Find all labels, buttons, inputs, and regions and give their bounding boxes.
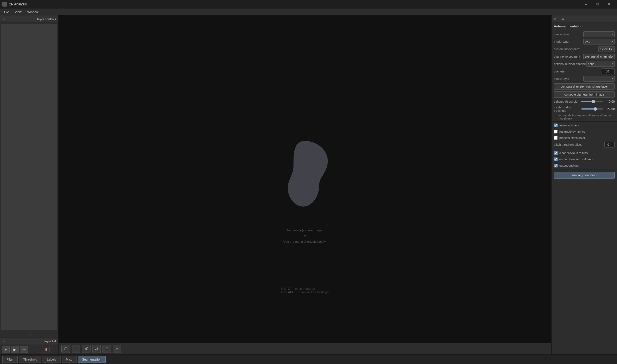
layer-controls-icon2[interactable]: − (6, 17, 8, 21)
select-tool-button[interactable]: ▶ (11, 346, 19, 353)
optional-nuclear-channel-label: optional nuclear channel (554, 62, 586, 66)
channel-to-segment-select[interactable]: average all channels (583, 54, 615, 59)
blob-shape (271, 135, 339, 215)
tab-threshold[interactable]: Threshold (19, 356, 41, 363)
tool-undo[interactable]: ↺ (82, 345, 91, 353)
clear-previous-checkbox[interactable] (554, 151, 558, 155)
delete-layer-button[interactable]: 🗑 (42, 346, 50, 353)
cellprob-threshold-thumb[interactable] (592, 100, 595, 103)
left-panel: ✕ − layer controls ··· ✕ − layer list + … (0, 15, 59, 354)
drop-hint-line1: Drag image(s) here to open (283, 228, 326, 233)
channel-to-segment-label: channel to segment (554, 55, 583, 58)
tab-misc[interactable]: Misc (62, 356, 77, 363)
tab-filter[interactable]: Filter (2, 356, 18, 363)
canvas-area[interactable]: Drag image(s) here to open or Use the me… (59, 15, 551, 343)
bottom-tabs: Filter Threshold Labels Misc Segmentatio… (0, 354, 617, 364)
minimize-button[interactable]: – (580, 0, 592, 9)
tool-grid[interactable]: ⊞ (103, 345, 111, 353)
layer-list-more-button[interactable]: ⋮ (51, 346, 57, 353)
tool-swap[interactable]: ⇄ (92, 345, 101, 353)
divider-3 (552, 149, 617, 149)
menu-view[interactable]: View (12, 10, 25, 14)
close-button[interactable]: ✕ (603, 0, 615, 9)
layer-list-icons: ✕ − (2, 339, 8, 343)
layer-controls-header: ✕ − layer controls (0, 15, 58, 23)
stitch-threshold-row: stitch threshold slices (552, 141, 617, 148)
right-panel-header: ✕ − ◉ (552, 15, 617, 23)
layer-list-title: layer list (45, 339, 56, 343)
drop-hint-line2: or (283, 233, 326, 239)
process-stack-checkbox[interactable] (554, 136, 558, 140)
model-match-threshold-fill (581, 108, 595, 110)
compute-diameter-image-button[interactable]: compute diameter from image (554, 91, 615, 98)
model-match-threshold-row: model match threshold 27.00 (552, 105, 617, 113)
output-flows-checkbox[interactable] (554, 157, 558, 161)
average-4-nets-checkbox[interactable] (554, 124, 558, 127)
stitch-threshold-input[interactable] (604, 142, 615, 147)
tool-hexagon[interactable]: ⬡ (61, 345, 70, 353)
select-file-button[interactable]: Select file (598, 46, 615, 52)
menu-window[interactable]: Window (24, 10, 41, 14)
output-outlines-row: output outlines (552, 162, 617, 169)
shape-layer-row: shape layer (552, 75, 617, 82)
draw-tool-button[interactable]: ✏ (20, 346, 28, 353)
channel-to-segment-select-wrapper[interactable]: average all channels (583, 54, 615, 59)
window-controls[interactable]: – □ ✕ (580, 0, 615, 9)
menu-bar: File View Window (0, 9, 617, 15)
layer-list-icon1[interactable]: ✕ (2, 339, 5, 343)
diameter-input[interactable]: 30 (602, 68, 615, 74)
channel-to-segment-row: channel to segment average all channels (552, 53, 617, 60)
diameter-label: diameter (554, 70, 602, 73)
menu-file[interactable]: File (1, 10, 12, 14)
model-match-threshold-label: model match threshold (554, 106, 580, 112)
image-layer-label: image layer (554, 33, 583, 36)
image-layer-select-wrapper[interactable] (583, 31, 615, 37)
layer-tools: + ▶ ✏ 🗑 ⋮ (0, 345, 58, 354)
main-layout: ✕ − layer controls ··· ✕ − layer list + … (0, 15, 617, 354)
resample-dynamics-row: resample dynamics (552, 128, 617, 135)
custom-model-path-row: custom model path: Select file (552, 45, 617, 53)
model-type-select-wrapper[interactable]: cyto (583, 39, 615, 45)
shape-layer-select-wrapper[interactable] (583, 76, 615, 82)
tab-labels[interactable]: Labels (43, 356, 60, 363)
cellprob-threshold-value: 0.00 (605, 100, 615, 103)
model-match-threshold-thumb[interactable] (594, 107, 597, 111)
compute-diameter-shape-button[interactable]: compute diameter from shape layer (554, 83, 615, 90)
drop-hint: Drag image(s) here to open or Use the me… (283, 228, 326, 244)
model-match-threshold-value: 27.00 (605, 107, 615, 111)
maximize-button[interactable]: □ (592, 0, 603, 9)
shape-layer-select[interactable] (583, 76, 615, 82)
output-outlines-checkbox[interactable] (554, 164, 558, 167)
run-segmentation-button[interactable]: run segmentation (554, 172, 615, 179)
layer-controls-icon1[interactable]: ✕ (2, 17, 5, 21)
shortcut1-desc: open image(s) (295, 287, 315, 290)
panel-resize-dots[interactable]: ··· (0, 331, 58, 337)
resample-dynamics-checkbox[interactable] (554, 130, 558, 134)
shortcut1-key: Ctrl+O (281, 287, 290, 290)
right-panel: ✕ − ◉ Auto-segmentation image layer mode… (551, 15, 617, 354)
process-stack-label: process stack as 3D (559, 136, 586, 139)
output-outlines-label: output outlines (559, 164, 579, 167)
right-panel-icon3[interactable]: ◉ (562, 17, 564, 21)
layer-controls-title: layer controls (37, 17, 56, 21)
cellprob-threshold-track[interactable] (581, 101, 603, 102)
layer-list-icon2[interactable]: − (6, 339, 8, 343)
shortcut2-key: Ctrl+Alt+/ (281, 290, 294, 294)
bottom-toolbar: ⬡ □ ↺ ⇄ ⊞ ⌂ (59, 343, 551, 354)
tab-segmentation[interactable]: Segmentation (78, 356, 106, 363)
right-panel-icon1[interactable]: ✕ (554, 17, 556, 21)
clear-previous-label: clear previous results (559, 151, 588, 155)
add-layer-button[interactable]: + (2, 346, 10, 353)
image-layer-select[interactable] (583, 31, 615, 37)
model-type-select[interactable]: cyto (583, 39, 615, 45)
title-bar-left: 2P Analysis (2, 2, 27, 7)
resample-dynamics-label: resample dynamics (559, 130, 585, 133)
optional-nuclear-channel-row: optional nuclear channel none (552, 60, 617, 68)
divider-1 (552, 30, 617, 30)
optional-nuclear-channel-select-wrapper[interactable]: none (586, 61, 615, 67)
optional-nuclear-channel-select[interactable]: none (586, 61, 615, 67)
tool-square[interactable]: □ (72, 345, 80, 353)
tool-home[interactable]: ⌂ (113, 345, 121, 353)
model-match-threshold-track[interactable] (581, 108, 603, 110)
right-panel-icon2[interactable]: − (558, 17, 560, 21)
